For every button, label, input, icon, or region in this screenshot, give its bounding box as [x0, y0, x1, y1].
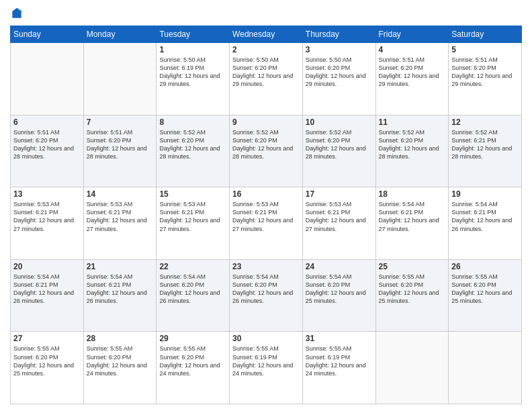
day-number: 23	[232, 262, 300, 271]
calendar-cell: 4Sunrise: 5:51 AM Sunset: 6:20 PM Daylig…	[375, 43, 449, 116]
calendar-cell	[83, 43, 157, 116]
day-info: Sunrise: 5:53 AM Sunset: 6:21 PM Dayligh…	[159, 200, 226, 233]
day-number: 25	[379, 262, 446, 271]
day-number: 31	[306, 334, 373, 343]
logo-icon	[10, 7, 24, 20]
day-number: 28	[87, 334, 154, 343]
day-info: Sunrise: 5:52 AM Sunset: 6:21 PM Dayligh…	[451, 128, 519, 161]
calendar-cell: 25Sunrise: 5:55 AM Sunset: 6:20 PM Dayli…	[375, 259, 449, 332]
day-number: 19	[451, 189, 519, 199]
week-row: 13Sunrise: 5:53 AM Sunset: 6:21 PM Dayli…	[11, 187, 522, 260]
day-number: 18	[379, 189, 446, 199]
day-info: Sunrise: 5:52 AM Sunset: 6:20 PM Dayligh…	[232, 128, 300, 161]
day-number: 10	[306, 118, 373, 127]
day-info: Sunrise: 5:51 AM Sunset: 6:20 PM Dayligh…	[379, 56, 446, 89]
calendar-cell: 27Sunrise: 5:55 AM Sunset: 6:20 PM Dayli…	[11, 332, 84, 404]
header	[10, 7, 522, 20]
day-info: Sunrise: 5:54 AM Sunset: 6:20 PM Dayligh…	[159, 273, 226, 306]
week-row: 20Sunrise: 5:54 AM Sunset: 6:21 PM Dayli…	[11, 259, 522, 332]
day-number: 15	[159, 189, 226, 199]
day-number: 20	[13, 262, 81, 271]
weekday-header: Wednesday	[230, 26, 303, 43]
day-number: 27	[13, 334, 81, 343]
logo	[10, 7, 26, 20]
calendar-cell: 1Sunrise: 5:50 AM Sunset: 6:19 PM Daylig…	[157, 43, 230, 116]
day-number: 17	[306, 189, 373, 199]
weekday-header: Saturday	[449, 26, 522, 43]
calendar-cell: 22Sunrise: 5:54 AM Sunset: 6:20 PM Dayli…	[157, 259, 230, 332]
day-info: Sunrise: 5:55 AM Sunset: 6:19 PM Dayligh…	[232, 345, 300, 377]
day-info: Sunrise: 5:51 AM Sunset: 6:20 PM Dayligh…	[87, 128, 154, 161]
day-info: Sunrise: 5:54 AM Sunset: 6:21 PM Dayligh…	[87, 273, 154, 306]
day-number: 11	[379, 118, 446, 127]
day-number: 30	[232, 334, 300, 343]
weekday-header: Monday	[83, 26, 157, 43]
day-number: 2	[232, 45, 300, 54]
calendar-cell	[11, 43, 84, 116]
week-row: 6Sunrise: 5:51 AM Sunset: 6:20 PM Daylig…	[11, 115, 522, 187]
day-info: Sunrise: 5:52 AM Sunset: 6:20 PM Dayligh…	[159, 128, 226, 161]
day-number: 21	[87, 262, 154, 271]
calendar-cell: 18Sunrise: 5:54 AM Sunset: 6:21 PM Dayli…	[375, 187, 449, 260]
day-info: Sunrise: 5:55 AM Sunset: 6:20 PM Dayligh…	[379, 273, 446, 306]
page: SundayMondayTuesdayWednesdayThursdayFrid…	[0, 0, 532, 411]
calendar-cell: 31Sunrise: 5:55 AM Sunset: 6:19 PM Dayli…	[302, 332, 375, 404]
day-number: 26	[451, 262, 519, 271]
day-info: Sunrise: 5:51 AM Sunset: 6:20 PM Dayligh…	[451, 56, 519, 89]
day-info: Sunrise: 5:54 AM Sunset: 6:20 PM Dayligh…	[306, 273, 373, 306]
calendar-cell: 29Sunrise: 5:55 AM Sunset: 6:20 PM Dayli…	[157, 332, 230, 404]
weekday-header: Tuesday	[157, 26, 230, 43]
calendar-cell: 10Sunrise: 5:52 AM Sunset: 6:20 PM Dayli…	[302, 115, 375, 187]
day-number: 14	[87, 189, 154, 199]
day-info: Sunrise: 5:55 AM Sunset: 6:20 PM Dayligh…	[451, 273, 519, 306]
calendar-cell: 28Sunrise: 5:55 AM Sunset: 6:20 PM Dayli…	[83, 332, 157, 404]
day-info: Sunrise: 5:55 AM Sunset: 6:20 PM Dayligh…	[13, 345, 81, 377]
calendar-cell: 21Sunrise: 5:54 AM Sunset: 6:21 PM Dayli…	[83, 259, 157, 332]
calendar-cell	[449, 332, 522, 404]
day-info: Sunrise: 5:51 AM Sunset: 6:20 PM Dayligh…	[13, 128, 81, 161]
day-number: 24	[306, 262, 373, 271]
calendar-cell: 23Sunrise: 5:54 AM Sunset: 6:20 PM Dayli…	[230, 259, 303, 332]
day-number: 4	[379, 45, 446, 54]
week-row: 1Sunrise: 5:50 AM Sunset: 6:19 PM Daylig…	[11, 43, 522, 116]
day-info: Sunrise: 5:55 AM Sunset: 6:20 PM Dayligh…	[159, 345, 226, 377]
calendar-cell: 6Sunrise: 5:51 AM Sunset: 6:20 PM Daylig…	[11, 115, 84, 187]
calendar-cell: 30Sunrise: 5:55 AM Sunset: 6:19 PM Dayli…	[230, 332, 303, 404]
day-info: Sunrise: 5:50 AM Sunset: 6:20 PM Dayligh…	[306, 56, 373, 89]
day-info: Sunrise: 5:53 AM Sunset: 6:21 PM Dayligh…	[232, 200, 300, 233]
calendar-cell: 7Sunrise: 5:51 AM Sunset: 6:20 PM Daylig…	[83, 115, 157, 187]
day-number: 5	[451, 45, 519, 54]
calendar-cell: 24Sunrise: 5:54 AM Sunset: 6:20 PM Dayli…	[302, 259, 375, 332]
day-number: 8	[159, 118, 226, 127]
day-info: Sunrise: 5:50 AM Sunset: 6:19 PM Dayligh…	[159, 56, 226, 89]
calendar-cell: 15Sunrise: 5:53 AM Sunset: 6:21 PM Dayli…	[157, 187, 230, 260]
calendar: SundayMondayTuesdayWednesdayThursdayFrid…	[10, 26, 522, 404]
day-info: Sunrise: 5:52 AM Sunset: 6:20 PM Dayligh…	[306, 128, 373, 161]
day-info: Sunrise: 5:52 AM Sunset: 6:20 PM Dayligh…	[379, 128, 446, 161]
day-number: 1	[159, 45, 226, 54]
calendar-cell: 19Sunrise: 5:54 AM Sunset: 6:21 PM Dayli…	[449, 187, 522, 260]
weekday-header-row: SundayMondayTuesdayWednesdayThursdayFrid…	[11, 26, 522, 43]
weekday-header: Sunday	[11, 26, 84, 43]
day-info: Sunrise: 5:55 AM Sunset: 6:19 PM Dayligh…	[306, 345, 373, 377]
day-info: Sunrise: 5:54 AM Sunset: 6:21 PM Dayligh…	[451, 200, 519, 233]
day-number: 6	[13, 118, 81, 127]
day-number: 12	[451, 118, 519, 127]
day-info: Sunrise: 5:53 AM Sunset: 6:21 PM Dayligh…	[306, 200, 373, 233]
calendar-cell: 16Sunrise: 5:53 AM Sunset: 6:21 PM Dayli…	[230, 187, 303, 260]
week-row: 27Sunrise: 5:55 AM Sunset: 6:20 PM Dayli…	[11, 332, 522, 404]
day-number: 16	[232, 189, 300, 199]
day-info: Sunrise: 5:54 AM Sunset: 6:20 PM Dayligh…	[232, 273, 300, 306]
calendar-cell: 17Sunrise: 5:53 AM Sunset: 6:21 PM Dayli…	[302, 187, 375, 260]
day-info: Sunrise: 5:55 AM Sunset: 6:20 PM Dayligh…	[87, 345, 154, 377]
day-number: 9	[232, 118, 300, 127]
calendar-cell: 20Sunrise: 5:54 AM Sunset: 6:21 PM Dayli…	[11, 259, 84, 332]
calendar-cell	[375, 332, 449, 404]
calendar-cell: 2Sunrise: 5:50 AM Sunset: 6:20 PM Daylig…	[230, 43, 303, 116]
day-number: 3	[306, 45, 373, 54]
calendar-cell: 13Sunrise: 5:53 AM Sunset: 6:21 PM Dayli…	[11, 187, 84, 260]
weekday-header: Thursday	[302, 26, 375, 43]
calendar-cell: 9Sunrise: 5:52 AM Sunset: 6:20 PM Daylig…	[230, 115, 303, 187]
day-info: Sunrise: 5:53 AM Sunset: 6:21 PM Dayligh…	[87, 200, 154, 233]
calendar-cell: 14Sunrise: 5:53 AM Sunset: 6:21 PM Dayli…	[83, 187, 157, 260]
